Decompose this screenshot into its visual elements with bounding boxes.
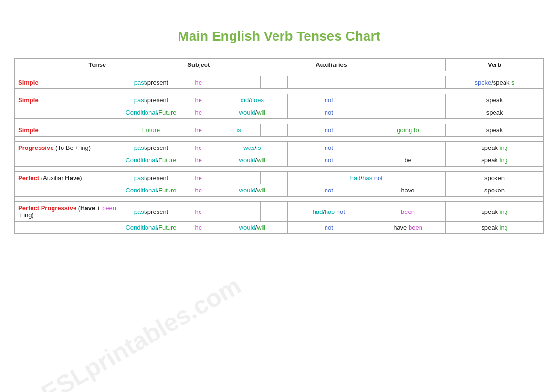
page-title: Main English Verb Tenses Chart xyxy=(0,0,558,58)
header-tense: Tense xyxy=(15,59,180,71)
table-row: Simple past/present he spoke/speak s xyxy=(15,76,544,89)
header-subject: Subject xyxy=(180,59,217,71)
header-auxiliaries: Auxiliaries xyxy=(217,59,446,71)
table-row: Conditional/Future he would/will not hav… xyxy=(15,222,544,234)
watermark: ESLprintables.com xyxy=(37,271,246,392)
header-verb: Verb xyxy=(446,59,544,71)
table-wrapper: Tense Subject Auxiliaries Verb Simple pa… xyxy=(14,58,544,234)
table-row: Simple past/present he did/does not spea… xyxy=(15,94,544,106)
table-row: Progressive (To Be + ing) past/present h… xyxy=(15,142,544,154)
table-row: Conditional/Future he would/will not spe… xyxy=(15,106,544,119)
table-row: Conditional/Future he would/will not hav… xyxy=(15,184,544,197)
table-row: Perfect Progressive (Have + been + ing) … xyxy=(15,202,544,222)
verb-tenses-table: Tense Subject Auxiliaries Verb Simple pa… xyxy=(14,58,544,234)
table-row: Conditional/Future he would/will not be … xyxy=(15,154,544,167)
table-row: Simple Future he is not going to speak xyxy=(15,124,544,137)
table-row: Perfect (Auxiliar Have) past/present he … xyxy=(15,172,544,184)
